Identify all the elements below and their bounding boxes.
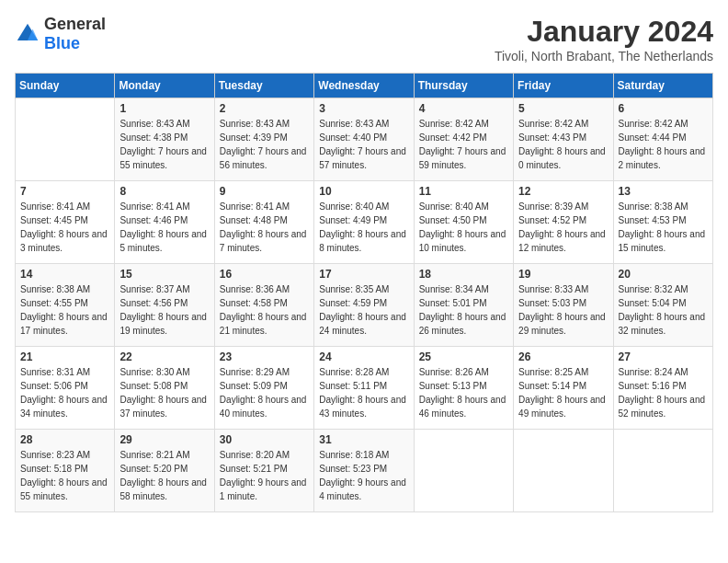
day-info: Sunrise: 8:29 AMSunset: 5:09 PMDaylight:… bbox=[220, 365, 309, 420]
day-number: 8 bbox=[119, 185, 209, 198]
day-info: Sunrise: 8:35 AMSunset: 4:59 PMDaylight:… bbox=[319, 282, 408, 338]
calendar-cell: 9Sunrise: 8:41 AMSunset: 4:48 PMDaylight… bbox=[214, 181, 313, 264]
day-info: Sunrise: 8:33 AMSunset: 5:03 PMDaylight:… bbox=[518, 282, 608, 338]
day-info: Sunrise: 8:43 AMSunset: 4:39 PMDaylight:… bbox=[220, 117, 309, 172]
calendar-cell: 25Sunrise: 8:26 AMSunset: 5:13 PMDayligh… bbox=[414, 347, 513, 430]
day-info: Sunrise: 8:30 AMSunset: 5:08 PMDaylight:… bbox=[119, 365, 209, 420]
day-info: Sunrise: 8:40 AMSunset: 4:50 PMDaylight:… bbox=[419, 200, 508, 255]
calendar-week-row: 28Sunrise: 8:23 AMSunset: 5:18 PMDayligh… bbox=[16, 430, 713, 512]
logo-icon bbox=[15, 21, 40, 47]
day-info: Sunrise: 8:40 AMSunset: 4:49 PMDaylight:… bbox=[319, 200, 408, 255]
day-number: 16 bbox=[220, 268, 309, 281]
day-number: 28 bbox=[20, 433, 109, 446]
calendar-cell: 4Sunrise: 8:42 AMSunset: 4:42 PMDaylight… bbox=[414, 98, 513, 181]
day-info: Sunrise: 8:18 AMSunset: 5:23 PMDaylight:… bbox=[319, 448, 408, 503]
day-info: Sunrise: 8:42 AMSunset: 4:42 PMDaylight:… bbox=[419, 117, 508, 172]
calendar-cell: 11Sunrise: 8:40 AMSunset: 4:50 PMDayligh… bbox=[414, 181, 513, 264]
day-number: 31 bbox=[319, 433, 408, 446]
day-number: 23 bbox=[220, 350, 309, 363]
day-number: 17 bbox=[319, 268, 408, 281]
day-info: Sunrise: 8:24 AMSunset: 5:16 PMDaylight:… bbox=[619, 365, 708, 420]
day-info: Sunrise: 8:31 AMSunset: 5:06 PMDaylight:… bbox=[20, 365, 109, 420]
day-number: 7 bbox=[20, 185, 109, 198]
day-number: 9 bbox=[220, 185, 309, 198]
day-number: 5 bbox=[518, 102, 608, 115]
day-number: 1 bbox=[119, 102, 209, 115]
calendar-cell: 5Sunrise: 8:42 AMSunset: 4:43 PMDaylight… bbox=[514, 98, 613, 181]
calendar-cell bbox=[414, 430, 513, 512]
weekday-header-monday: Monday bbox=[115, 74, 214, 98]
calendar-cell: 14Sunrise: 8:38 AMSunset: 4:55 PMDayligh… bbox=[16, 264, 115, 347]
day-info: Sunrise: 8:28 AMSunset: 5:11 PMDaylight:… bbox=[319, 365, 408, 420]
calendar-table: SundayMondayTuesdayWednesdayThursdayFrid… bbox=[15, 73, 713, 512]
day-number: 3 bbox=[319, 102, 408, 115]
day-number: 29 bbox=[119, 433, 209, 446]
calendar-cell: 18Sunrise: 8:34 AMSunset: 5:01 PMDayligh… bbox=[414, 264, 513, 347]
day-number: 20 bbox=[619, 268, 708, 281]
day-number: 21 bbox=[20, 350, 109, 363]
day-info: Sunrise: 8:38 AMSunset: 4:53 PMDaylight:… bbox=[619, 200, 708, 255]
calendar-cell: 19Sunrise: 8:33 AMSunset: 5:03 PMDayligh… bbox=[514, 264, 613, 347]
day-info: Sunrise: 8:42 AMSunset: 4:43 PMDaylight:… bbox=[518, 117, 608, 172]
calendar-cell: 31Sunrise: 8:18 AMSunset: 5:23 PMDayligh… bbox=[314, 430, 414, 512]
day-number: 4 bbox=[419, 102, 508, 115]
day-info: Sunrise: 8:39 AMSunset: 4:52 PMDaylight:… bbox=[518, 200, 608, 255]
day-info: Sunrise: 8:34 AMSunset: 5:01 PMDaylight:… bbox=[419, 282, 508, 338]
day-number: 25 bbox=[419, 350, 508, 363]
weekday-header-sunday: Sunday bbox=[16, 74, 115, 98]
day-number: 26 bbox=[518, 350, 608, 363]
calendar-cell: 28Sunrise: 8:23 AMSunset: 5:18 PMDayligh… bbox=[16, 430, 115, 512]
day-info: Sunrise: 8:43 AMSunset: 4:40 PMDaylight:… bbox=[319, 117, 408, 172]
day-info: Sunrise: 8:26 AMSunset: 5:13 PMDaylight:… bbox=[419, 365, 508, 420]
day-number: 2 bbox=[220, 102, 309, 115]
calendar-cell: 12Sunrise: 8:39 AMSunset: 4:52 PMDayligh… bbox=[514, 181, 613, 264]
calendar-cell: 22Sunrise: 8:30 AMSunset: 5:08 PMDayligh… bbox=[115, 347, 214, 430]
calendar-cell: 16Sunrise: 8:36 AMSunset: 4:58 PMDayligh… bbox=[214, 264, 313, 347]
day-info: Sunrise: 8:25 AMSunset: 5:14 PMDaylight:… bbox=[518, 365, 608, 420]
day-info: Sunrise: 8:20 AMSunset: 5:21 PMDaylight:… bbox=[220, 448, 309, 503]
calendar-cell: 7Sunrise: 8:41 AMSunset: 4:45 PMDaylight… bbox=[16, 181, 115, 264]
calendar-cell: 1Sunrise: 8:43 AMSunset: 4:38 PMDaylight… bbox=[115, 98, 214, 181]
day-info: Sunrise: 8:43 AMSunset: 4:38 PMDaylight:… bbox=[119, 117, 209, 172]
month-title: January 2024 bbox=[495, 15, 713, 49]
day-info: Sunrise: 8:37 AMSunset: 4:56 PMDaylight:… bbox=[119, 282, 209, 338]
day-number: 18 bbox=[419, 268, 508, 281]
weekday-header-saturday: Saturday bbox=[613, 74, 712, 98]
page-header: General Blue January 2024 Tivoli, North … bbox=[15, 15, 713, 63]
calendar-cell: 24Sunrise: 8:28 AMSunset: 5:11 PMDayligh… bbox=[314, 347, 414, 430]
day-info: Sunrise: 8:21 AMSunset: 5:20 PMDaylight:… bbox=[119, 448, 209, 503]
day-info: Sunrise: 8:36 AMSunset: 4:58 PMDaylight:… bbox=[220, 282, 309, 338]
calendar-cell: 23Sunrise: 8:29 AMSunset: 5:09 PMDayligh… bbox=[214, 347, 313, 430]
location-subtitle: Tivoli, North Brabant, The Netherlands bbox=[495, 49, 713, 63]
day-number: 10 bbox=[319, 185, 408, 198]
calendar-week-row: 14Sunrise: 8:38 AMSunset: 4:55 PMDayligh… bbox=[16, 264, 713, 347]
day-number: 12 bbox=[518, 185, 608, 198]
weekday-header-tuesday: Tuesday bbox=[214, 74, 313, 98]
day-info: Sunrise: 8:38 AMSunset: 4:55 PMDaylight:… bbox=[20, 282, 109, 338]
calendar-cell: 29Sunrise: 8:21 AMSunset: 5:20 PMDayligh… bbox=[115, 430, 214, 512]
calendar-cell: 17Sunrise: 8:35 AMSunset: 4:59 PMDayligh… bbox=[314, 264, 414, 347]
day-info: Sunrise: 8:32 AMSunset: 5:04 PMDaylight:… bbox=[619, 282, 708, 338]
day-info: Sunrise: 8:42 AMSunset: 4:44 PMDaylight:… bbox=[619, 117, 708, 172]
weekday-header-wednesday: Wednesday bbox=[314, 74, 414, 98]
weekday-header-friday: Friday bbox=[514, 74, 613, 98]
calendar-week-row: 21Sunrise: 8:31 AMSunset: 5:06 PMDayligh… bbox=[16, 347, 713, 430]
day-number: 11 bbox=[419, 185, 508, 198]
day-number: 27 bbox=[619, 350, 708, 363]
calendar-cell: 26Sunrise: 8:25 AMSunset: 5:14 PMDayligh… bbox=[514, 347, 613, 430]
calendar-cell bbox=[514, 430, 613, 512]
title-block: January 2024 Tivoli, North Brabant, The … bbox=[495, 15, 713, 63]
calendar-week-row: 7Sunrise: 8:41 AMSunset: 4:45 PMDaylight… bbox=[16, 181, 713, 264]
calendar-cell bbox=[613, 430, 712, 512]
calendar-cell: 15Sunrise: 8:37 AMSunset: 4:56 PMDayligh… bbox=[115, 264, 214, 347]
day-number: 15 bbox=[119, 268, 209, 281]
day-info: Sunrise: 8:41 AMSunset: 4:46 PMDaylight:… bbox=[119, 200, 209, 255]
calendar-cell: 30Sunrise: 8:20 AMSunset: 5:21 PMDayligh… bbox=[214, 430, 313, 512]
day-number: 19 bbox=[518, 268, 608, 281]
day-number: 30 bbox=[220, 433, 309, 446]
day-info: Sunrise: 8:41 AMSunset: 4:48 PMDaylight:… bbox=[220, 200, 309, 255]
day-number: 14 bbox=[20, 268, 109, 281]
calendar-cell: 21Sunrise: 8:31 AMSunset: 5:06 PMDayligh… bbox=[16, 347, 115, 430]
calendar-cell bbox=[16, 98, 115, 181]
calendar-cell: 6Sunrise: 8:42 AMSunset: 4:44 PMDaylight… bbox=[613, 98, 712, 181]
